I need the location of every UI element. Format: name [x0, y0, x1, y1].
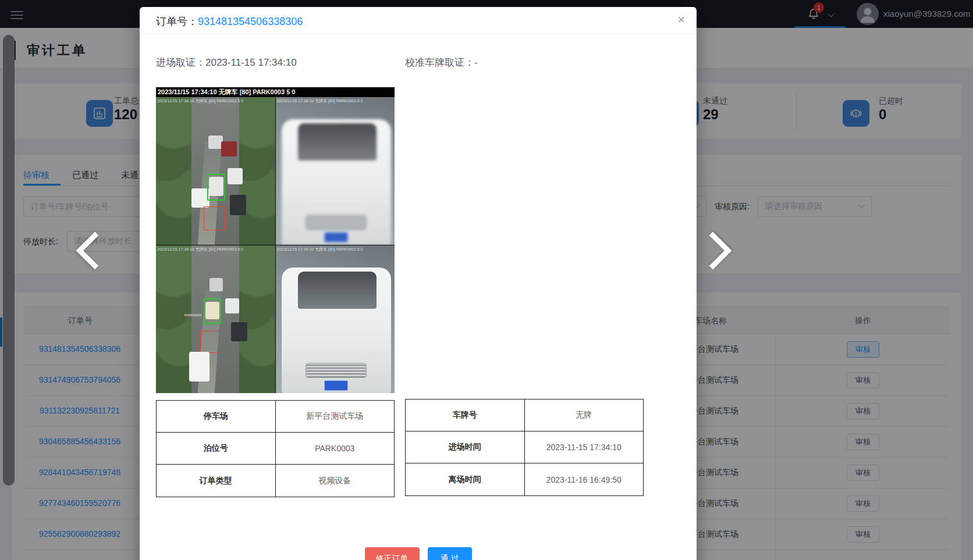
camera-osd-text: 2023/11/15 17:34:10 无牌车 [80] PARK0003 5 … — [156, 87, 395, 97]
detail-key: 进场时间 — [406, 431, 525, 463]
trees — [239, 245, 275, 393]
street-view-top: 2023/11/15 17:34:10 无牌车 [80] PARK0003 5 … — [156, 97, 275, 245]
trees — [156, 97, 191, 245]
camera-quadrants: 2023/11/15 17:34:10 无牌车 [80] PARK0003 5 … — [156, 97, 395, 393]
detail-value: 2023-11-16 16:49:50 — [525, 463, 644, 495]
entry-evidence-label: 进场取证：2023-11-15 17:34:10 — [156, 56, 297, 69]
detection-bbox-red — [204, 206, 225, 230]
order-no-link[interactable]: 931481354506338306 — [198, 16, 303, 27]
pass-button[interactable]: 通 过 — [428, 547, 472, 560]
detail-value: PARK0003 — [276, 433, 395, 464]
modal-title: 订单号：931481354506338306 — [156, 15, 303, 28]
white-suv — [282, 119, 391, 245]
order-detail-modal: 订单号：931481354506338306 × 进场取证：2023-11-15… — [140, 7, 697, 560]
detail-value: 新平台测试车场 — [276, 401, 395, 432]
close-icon[interactable]: × — [677, 13, 685, 26]
screen: 1 xiaoyun@393829.com 审计工单 工单总数 120 未通过 — [0, 0, 973, 560]
entry-evidence-image[interactable]: 2023/11/15 17:34:10 无牌车 [80] PARK0003 5 … — [156, 87, 395, 393]
vehicle-closeup-bottom: 2023/11/15 17:34:10 无牌车 [80] PARK0003 5 … — [276, 245, 395, 393]
detail-value: 无牌 — [525, 400, 644, 431]
detail-value: 视频设备 — [276, 465, 395, 497]
fix-order-button[interactable]: 修正订单 — [365, 547, 420, 560]
bbox-label: PARK0003 — [184, 313, 201, 317]
vehicle-closeup-top: 2023/11/15 17:34:10 无牌车 [80] PARK0003 5 … — [276, 97, 395, 245]
modal-header: 订单号：931481354506338306 × — [140, 7, 697, 34]
license-plate — [324, 380, 348, 390]
license-plate — [324, 232, 348, 242]
detail-key: 车牌号 — [406, 400, 525, 431]
trees — [239, 97, 275, 245]
calibration-evidence-label: 校准车牌取证：- — [405, 56, 478, 69]
detail-value: 2023-11-15 17:34:10 — [525, 431, 644, 463]
time-detail-table: 车牌号 无牌 进场时间 2023-11-15 17:34:10 离场时间 202… — [405, 399, 644, 496]
street-view-bottom: 2023/11/15 17:34:10 无牌车 [80] PARK0003 5 … — [156, 245, 275, 393]
parking-detail-table: 停车场 新平台测试车场 泊位号 PARK0003 订单类型 视频设备 — [156, 400, 395, 497]
detection-bbox-red — [200, 331, 221, 353]
trees — [156, 245, 191, 393]
white-suv — [282, 267, 391, 393]
modal-actions: 修正订单 通 过 — [140, 547, 697, 560]
detail-key: 泊位号 — [157, 433, 276, 464]
detail-key: 停车场 — [157, 401, 276, 432]
detail-key: 订单类型 — [157, 465, 276, 497]
order-no-label: 订单号： — [156, 16, 198, 27]
detail-key: 离场时间 — [406, 463, 525, 495]
